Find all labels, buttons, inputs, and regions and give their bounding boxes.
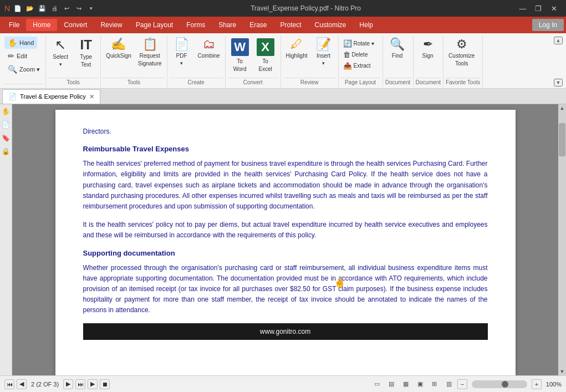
page-layout-content: 🔄 Rotate ▾ 🗑 Delete 📤 Extract <box>341 35 380 77</box>
insert-button[interactable]: 📝 Insert ▾ <box>312 37 336 75</box>
to-excel-button[interactable]: X To Excel <box>253 37 278 75</box>
print-icon[interactable]: 🖨 <box>49 3 60 14</box>
right-scrollbar[interactable]: ▲ ▼ <box>558 104 566 375</box>
menu-home[interactable]: Home <box>26 19 57 31</box>
left-page-icon[interactable]: 📄 <box>1 120 11 130</box>
undo-icon[interactable]: ↩ <box>61 3 72 14</box>
new-icon[interactable]: 📄 <box>12 3 23 14</box>
highlight-button[interactable]: 🖊 Highlight <box>283 37 310 75</box>
menu-customize[interactable]: Customize <box>308 19 353 31</box>
sign-button[interactable]: ✒ Sign <box>416 37 440 75</box>
restore-button[interactable]: ❐ <box>531 0 546 17</box>
view-single-btn[interactable]: ▭ <box>371 379 383 389</box>
customize-tools-button[interactable]: ⚙ Customize Tools <box>446 37 477 75</box>
pdf-arrow: ▾ <box>180 60 183 66</box>
supporting-heading: Supporting documentation <box>83 249 488 257</box>
scroll-down-arrow[interactable]: ▼ <box>559 368 565 375</box>
sign-label: Sign <box>422 53 434 59</box>
menu-erase[interactable]: Erase <box>243 19 273 31</box>
pdf-button[interactable]: 📄 PDF ▾ <box>170 37 194 75</box>
left-lock-icon[interactable]: 🔒 <box>1 146 11 156</box>
tab-close-icon[interactable]: ✕ <box>89 93 94 100</box>
combine-label: Combine <box>198 53 220 59</box>
to-word-label2: Word <box>233 66 247 73</box>
open-icon[interactable]: 📂 <box>24 3 35 14</box>
document-tab[interactable]: 📄 Travel & Expense Policy ✕ <box>2 89 100 104</box>
view-scroll-btn[interactable]: ▤ <box>385 379 397 389</box>
select-arrow: ▾ <box>59 62 62 67</box>
rotate-button[interactable]: 🔄 Rotate ▾ <box>341 38 376 49</box>
left-hand-icon[interactable]: ✋ <box>1 106 11 116</box>
quicksign-icon: ✍ <box>111 38 126 50</box>
close-button[interactable]: ✕ <box>546 0 562 17</box>
zoom-thumb[interactable] <box>502 381 508 388</box>
save-icon[interactable]: 💾 <box>37 3 48 14</box>
stop-button[interactable]: ⏹ <box>100 379 110 389</box>
menu-convert[interactable]: Convert <box>57 19 94 31</box>
login-button[interactable]: Log In <box>532 19 564 31</box>
edit-button[interactable]: ✏ Edit <box>4 50 30 62</box>
play-button[interactable]: ▶ <box>88 379 98 389</box>
last-page-button[interactable]: ⏭ <box>75 379 85 389</box>
next-page-button[interactable]: ▶ <box>63 379 73 389</box>
extract-button[interactable]: 📤 Extract <box>341 60 376 71</box>
menu-help[interactable]: Help <box>353 19 380 31</box>
menu-forms[interactable]: Forms <box>180 19 212 31</box>
insert-icon: 📝 <box>316 38 331 50</box>
zoom-in-button[interactable]: + <box>532 379 542 389</box>
view-two-page-btn[interactable]: ▦ <box>400 379 412 389</box>
find-button[interactable]: 🔍 Find <box>385 37 410 75</box>
quick-access-toolbar: 📄 📂 💾 🖨 ↩ ↪ ▾ <box>12 3 96 14</box>
customize-tools-icon: ⚙ <box>456 38 467 50</box>
customize-qa-icon[interactable]: ▾ <box>85 3 96 14</box>
to-word-button[interactable]: W To Word <box>228 37 252 75</box>
favorite-group-content: ⚙ Customize Tools <box>446 35 480 77</box>
scroll-thumb[interactable] <box>559 123 565 156</box>
ribbon-scroll-up[interactable]: ▲ <box>554 37 563 44</box>
word-icon: W <box>231 38 249 56</box>
first-page-button[interactable]: ⏮ <box>4 379 14 389</box>
combine-button[interactable]: 🗂 Combine <box>195 37 223 75</box>
document-page: Directors. Reimbursable Travel Expenses … <box>55 110 516 375</box>
menu-file[interactable]: File <box>2 19 26 31</box>
left-bookmark-icon[interactable]: 🔖 <box>1 133 11 143</box>
ribbon-group-sign: ✍ QuickSign 📋 Request Signature Tools <box>101 35 167 88</box>
review-group-content: 🖊 Highlight 📝 Insert ▾ <box>283 35 336 77</box>
ribbon-group-create: 📄 PDF ▾ 🗂 Combine Create <box>167 35 226 88</box>
request-signature-button[interactable]: 📋 Request Signature <box>135 37 165 75</box>
menu-share[interactable]: Share <box>212 19 243 31</box>
hand-tools: ✋ Hand ✏ Edit 🔍 Zoom ▾ <box>4 37 43 75</box>
delete-button[interactable]: 🗑 Delete <box>341 49 376 60</box>
redo-icon[interactable]: ↪ <box>73 3 84 14</box>
ribbon-group-sign-doc: ✒ Sign Document <box>414 35 444 88</box>
convert-group-label: Convert <box>228 78 278 88</box>
menu-review[interactable]: Review <box>94 19 129 31</box>
zoom-out-button[interactable]: − <box>457 379 467 389</box>
minimize-button[interactable]: — <box>515 0 531 17</box>
view-grid-btn[interactable]: ▣ <box>414 379 426 389</box>
hand-button[interactable]: ✋ Hand <box>4 37 37 49</box>
menu-page-layout[interactable]: Page Layout <box>129 19 180 31</box>
view-tiles-btn[interactable]: ⊞ <box>429 379 441 389</box>
create-group-label: Create <box>170 78 223 88</box>
quicksign-button[interactable]: ✍ QuickSign <box>103 37 134 75</box>
type-text-button[interactable]: IT Type Text <box>74 37 98 75</box>
scroll-up-arrow[interactable]: ▲ <box>559 104 565 112</box>
select-button[interactable]: ↖ Select ▾ <box>48 37 73 75</box>
request-sig-icon: 📋 <box>142 38 157 50</box>
ribbon-scroll-down[interactable]: ▼ <box>554 79 563 86</box>
prev-page-button[interactable]: ◀ <box>17 379 27 389</box>
menu-protect[interactable]: Protect <box>274 19 308 31</box>
request-sig-label2: Signature <box>138 60 162 67</box>
sign-group-label: Tools <box>103 78 164 88</box>
view-filmstrip-btn[interactable]: ▥ <box>443 379 455 389</box>
zoom-button[interactable]: 🔍 Zoom ▾ <box>4 63 43 75</box>
type-text-label: Type <box>80 54 92 60</box>
hand-icon: ✋ <box>8 38 17 47</box>
zoom-slider[interactable] <box>472 380 527 388</box>
pdf-label: PDF <box>176 53 187 59</box>
select-icon: ↖ <box>55 38 66 52</box>
customize-tools-label: Customize <box>448 53 475 59</box>
type-text-icon: IT <box>80 38 92 52</box>
select-label: Select <box>53 54 68 60</box>
